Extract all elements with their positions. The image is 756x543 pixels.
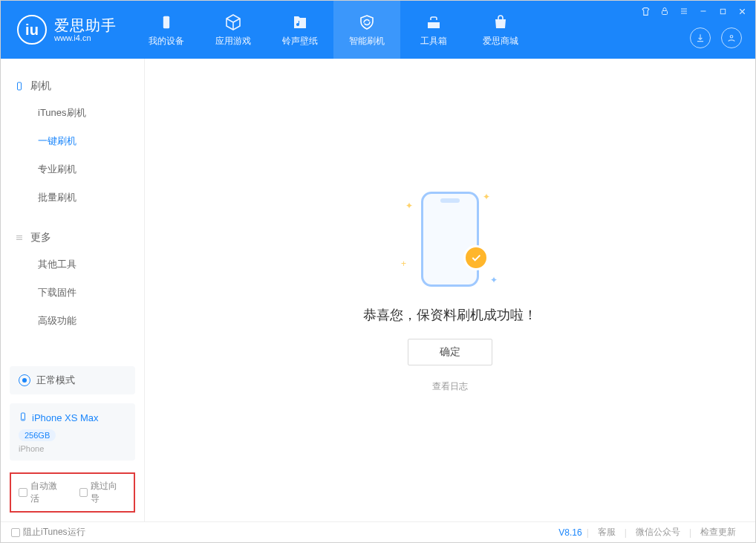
nav-label: 工具箱	[420, 35, 447, 48]
success-message: 恭喜您，保资料刷机成功啦！	[363, 306, 537, 324]
download-button[interactable]	[690, 27, 711, 48]
flash-options-highlighted: 自动激活 跳过向导	[10, 472, 135, 513]
sidebar-item-advanced[interactable]: 高级功能	[1, 307, 144, 335]
nav-label: 应用游戏	[215, 35, 251, 48]
checkbox-label: 自动激活	[30, 480, 66, 505]
svg-rect-3	[428, 20, 440, 22]
nav-apps-games[interactable]: 应用游戏	[200, 1, 267, 59]
svg-rect-0	[662, 11, 668, 15]
list-icon	[14, 233, 25, 243]
sidebar-item-pro-flash[interactable]: 专业刷机	[1, 155, 144, 183]
menu-icon[interactable]	[678, 5, 690, 17]
sidebar: 刷机 iTunes刷机 一键刷机 专业刷机 批量刷机 更多 其他工具 下载固件 …	[1, 59, 145, 521]
group-title-label: 更多	[30, 231, 51, 244]
app-name-cn: 爱思助手	[54, 17, 117, 33]
mode-indicator[interactable]: 正常模式	[10, 366, 135, 394]
folder-music-icon	[290, 13, 310, 32]
window-controls	[639, 5, 748, 17]
svg-rect-2	[163, 16, 169, 28]
device-card[interactable]: iPhone XS Max 256GB iPhone	[10, 403, 135, 461]
checkbox-auto-activate[interactable]: 自动激活	[19, 480, 66, 505]
checkbox-label: 跳过向导	[91, 480, 126, 505]
ok-button[interactable]: 确定	[408, 339, 492, 365]
sidebar-item-one-click-flash[interactable]: 一键刷机	[1, 127, 144, 155]
device-icon	[157, 13, 176, 32]
mode-dot-icon	[19, 374, 30, 386]
sidebar-group-more: 更多	[1, 225, 144, 250]
bag-icon	[491, 13, 510, 32]
checkbox-block-itunes[interactable]: 阻止iTunes运行	[11, 526, 85, 539]
svg-point-7	[23, 419, 24, 420]
main-content: ✦ ✦ + ✦ 恭喜您，保资料刷机成功啦！ 确定 查看日志	[145, 59, 755, 521]
sidebar-item-download-firmware[interactable]: 下载固件	[1, 279, 144, 307]
nav-my-device[interactable]: 我的设备	[133, 1, 200, 59]
sparkle-icon: ✦	[490, 275, 498, 285]
nav-label: 智能刷机	[349, 35, 385, 48]
checkbox-skip-guide[interactable]: 跳过向导	[79, 480, 127, 505]
footer-link-check-update[interactable]: 检查更新	[691, 526, 745, 539]
success-illustration: ✦ ✦ + ✦	[398, 187, 502, 291]
group-title-label: 刷机	[30, 79, 51, 93]
sidebar-item-itunes-flash[interactable]: iTunes刷机	[1, 99, 144, 127]
logo-icon: iu	[17, 15, 47, 45]
svg-rect-5	[18, 82, 22, 90]
sidebar-group-flash: 刷机	[1, 74, 144, 99]
phone-outline-icon	[14, 81, 25, 91]
sidebar-item-other-tools[interactable]: 其他工具	[1, 250, 144, 279]
nav-ringtones-wallpapers[interactable]: 铃声壁纸	[267, 1, 333, 59]
view-log-link[interactable]: 查看日志	[432, 380, 468, 393]
device-name: iPhone XS Max	[32, 412, 99, 423]
phone-outline-graphic	[421, 192, 479, 287]
footer-link-wechat[interactable]: 微信公众号	[627, 526, 689, 539]
header-right-buttons	[690, 27, 742, 48]
refresh-shield-icon	[357, 13, 377, 32]
footer-bar: 阻止iTunes运行 V8.16 | 客服 | 微信公众号 | 检查更新	[1, 521, 755, 542]
version-label: V8.16	[558, 527, 586, 538]
lock-icon[interactable]	[659, 5, 671, 17]
check-badge-icon	[463, 245, 489, 270]
app-name-en: www.i4.cn	[54, 33, 117, 42]
device-capacity-badge: 256GB	[19, 429, 56, 441]
user-button[interactable]	[721, 27, 742, 48]
top-nav: 我的设备 应用游戏 铃声壁纸 智能刷机 工具箱 爱思商城	[133, 1, 534, 59]
footer-link-support[interactable]: 客服	[589, 526, 625, 539]
nav-toolbox[interactable]: 工具箱	[400, 1, 467, 59]
mode-label: 正常模式	[36, 374, 75, 387]
nav-label: 我的设备	[149, 35, 184, 48]
svg-point-4	[730, 36, 733, 39]
sparkle-icon: ✦	[405, 201, 413, 211]
nav-flash[interactable]: 智能刷机	[333, 1, 400, 59]
device-type: iPhone	[19, 444, 126, 453]
sparkle-icon: ✦	[483, 192, 490, 202]
nav-label: 铃声壁纸	[282, 35, 318, 48]
toolbox-icon	[424, 13, 443, 32]
maximize-icon[interactable]	[717, 5, 729, 17]
nav-store[interactable]: 爱思商城	[467, 1, 534, 59]
nav-label: 爱思商城	[483, 35, 518, 48]
phone-icon	[19, 411, 27, 425]
close-icon[interactable]	[736, 5, 748, 17]
sparkle-icon: +	[401, 259, 406, 269]
checkbox-label: 阻止iTunes运行	[23, 526, 85, 539]
shirt-icon[interactable]	[639, 5, 651, 17]
cube-icon	[224, 13, 243, 32]
minimize-icon[interactable]	[697, 5, 709, 17]
app-logo: iu 爱思助手 www.i4.cn	[1, 15, 133, 45]
svg-rect-1	[720, 9, 725, 13]
app-header: iu 爱思助手 www.i4.cn 我的设备 应用游戏 铃声壁纸 智能刷机 工具…	[1, 1, 755, 59]
sidebar-item-batch-flash[interactable]: 批量刷机	[1, 183, 144, 212]
